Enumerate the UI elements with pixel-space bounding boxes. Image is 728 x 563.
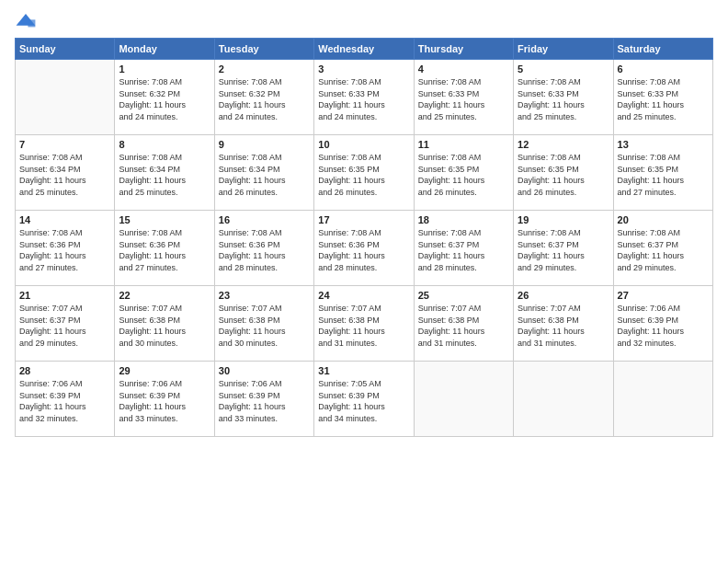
day-number: 6	[618, 63, 709, 75]
cell-info: Sunrise: 7:08 AM Sunset: 6:37 PM Dayligh…	[518, 227, 609, 273]
calendar-cell: 25Sunrise: 7:07 AM Sunset: 6:38 PM Dayli…	[414, 286, 513, 362]
calendar-cell: 7Sunrise: 7:08 AM Sunset: 6:34 PM Daylig…	[16, 135, 115, 211]
cell-info: Sunrise: 7:08 AM Sunset: 6:33 PM Dayligh…	[318, 76, 409, 122]
calendar-cell: 10Sunrise: 7:08 AM Sunset: 6:35 PM Dayli…	[314, 135, 414, 211]
cell-info: Sunrise: 7:08 AM Sunset: 6:37 PM Dayligh…	[418, 227, 509, 273]
calendar-cell: 23Sunrise: 7:07 AM Sunset: 6:38 PM Dayli…	[214, 286, 313, 362]
day-number: 24	[318, 290, 409, 301]
calendar-cell: 30Sunrise: 7:06 AM Sunset: 6:39 PM Dayli…	[214, 362, 313, 437]
day-number: 25	[418, 290, 509, 301]
cell-info: Sunrise: 7:06 AM Sunset: 6:39 PM Dayligh…	[219, 378, 310, 424]
page: SundayMondayTuesdayWednesdayThursdayFrid…	[0, 0, 728, 563]
cell-info: Sunrise: 7:08 AM Sunset: 6:32 PM Dayligh…	[119, 76, 210, 122]
calendar-cell: 15Sunrise: 7:08 AM Sunset: 6:36 PM Dayli…	[115, 211, 214, 286]
week-row-3: 14Sunrise: 7:08 AM Sunset: 6:36 PM Dayli…	[16, 211, 713, 286]
day-number: 23	[219, 290, 310, 301]
week-row-1: 1Sunrise: 7:08 AM Sunset: 6:32 PM Daylig…	[16, 60, 713, 135]
calendar-cell: 2Sunrise: 7:08 AM Sunset: 6:32 PM Daylig…	[214, 60, 313, 135]
cell-info: Sunrise: 7:08 AM Sunset: 6:36 PM Dayligh…	[318, 227, 409, 273]
cell-info: Sunrise: 7:07 AM Sunset: 6:38 PM Dayligh…	[318, 303, 409, 349]
calendar-cell: 8Sunrise: 7:08 AM Sunset: 6:34 PM Daylig…	[115, 135, 214, 211]
calendar-cell: 21Sunrise: 7:07 AM Sunset: 6:37 PM Dayli…	[16, 286, 115, 362]
calendar-cell: 14Sunrise: 7:08 AM Sunset: 6:36 PM Dayli…	[16, 211, 115, 286]
calendar-cell: 20Sunrise: 7:08 AM Sunset: 6:37 PM Dayli…	[613, 211, 712, 286]
day-number: 18	[418, 214, 509, 225]
calendar-cell	[613, 362, 712, 437]
calendar-cell: 1Sunrise: 7:08 AM Sunset: 6:32 PM Daylig…	[115, 60, 214, 135]
week-row-4: 21Sunrise: 7:07 AM Sunset: 6:37 PM Dayli…	[16, 286, 713, 362]
cell-info: Sunrise: 7:08 AM Sunset: 6:35 PM Dayligh…	[318, 152, 409, 198]
cell-info: Sunrise: 7:08 AM Sunset: 6:36 PM Dayligh…	[19, 227, 110, 273]
day-number: 8	[119, 139, 210, 150]
day-number: 21	[19, 290, 110, 301]
week-row-5: 28Sunrise: 7:06 AM Sunset: 6:39 PM Dayli…	[16, 362, 713, 437]
day-number: 27	[618, 290, 709, 301]
calendar-cell: 28Sunrise: 7:06 AM Sunset: 6:39 PM Dayli…	[16, 362, 115, 437]
day-number: 22	[119, 290, 210, 301]
calendar-cell: 9Sunrise: 7:08 AM Sunset: 6:34 PM Daylig…	[214, 135, 313, 211]
cell-info: Sunrise: 7:08 AM Sunset: 6:36 PM Dayligh…	[119, 227, 210, 273]
cell-info: Sunrise: 7:08 AM Sunset: 6:34 PM Dayligh…	[219, 152, 310, 198]
header	[15, 11, 713, 30]
day-number: 13	[618, 139, 709, 150]
cell-info: Sunrise: 7:08 AM Sunset: 6:35 PM Dayligh…	[418, 152, 509, 198]
day-number: 19	[518, 214, 609, 225]
header-cell-wednesday: Wednesday	[314, 39, 414, 60]
day-number: 11	[418, 139, 509, 150]
day-number: 2	[219, 63, 310, 75]
day-number: 31	[318, 365, 409, 376]
calendar-table: SundayMondayTuesdayWednesdayThursdayFrid…	[15, 38, 713, 437]
cell-info: Sunrise: 7:08 AM Sunset: 6:33 PM Dayligh…	[518, 76, 609, 122]
calendar-cell	[414, 362, 513, 437]
header-cell-saturday: Saturday	[613, 39, 712, 60]
cell-info: Sunrise: 7:08 AM Sunset: 6:35 PM Dayligh…	[518, 152, 609, 198]
calendar-header: SundayMondayTuesdayWednesdayThursdayFrid…	[16, 39, 713, 60]
cell-info: Sunrise: 7:07 AM Sunset: 6:38 PM Dayligh…	[518, 303, 609, 349]
cell-info: Sunrise: 7:07 AM Sunset: 6:38 PM Dayligh…	[119, 303, 210, 349]
week-row-2: 7Sunrise: 7:08 AM Sunset: 6:34 PM Daylig…	[16, 135, 713, 211]
cell-info: Sunrise: 7:05 AM Sunset: 6:39 PM Dayligh…	[318, 378, 409, 424]
cell-info: Sunrise: 7:08 AM Sunset: 6:33 PM Dayligh…	[618, 76, 709, 122]
day-number: 29	[119, 365, 210, 376]
svg-rect-1	[28, 19, 35, 27]
day-number: 5	[518, 63, 609, 75]
calendar-cell: 24Sunrise: 7:07 AM Sunset: 6:38 PM Dayli…	[314, 286, 414, 362]
calendar-cell: 27Sunrise: 7:06 AM Sunset: 6:39 PM Dayli…	[613, 286, 712, 362]
calendar-cell: 16Sunrise: 7:08 AM Sunset: 6:36 PM Dayli…	[214, 211, 313, 286]
day-number: 28	[19, 365, 110, 376]
cell-info: Sunrise: 7:07 AM Sunset: 6:38 PM Dayligh…	[219, 303, 310, 349]
cell-info: Sunrise: 7:08 AM Sunset: 6:33 PM Dayligh…	[418, 76, 509, 122]
cell-info: Sunrise: 7:06 AM Sunset: 6:39 PM Dayligh…	[119, 378, 210, 424]
calendar-cell: 31Sunrise: 7:05 AM Sunset: 6:39 PM Dayli…	[314, 362, 414, 437]
day-number: 12	[518, 139, 609, 150]
calendar-cell: 3Sunrise: 7:08 AM Sunset: 6:33 PM Daylig…	[314, 60, 414, 135]
cell-info: Sunrise: 7:07 AM Sunset: 6:38 PM Dayligh…	[418, 303, 509, 349]
cell-info: Sunrise: 7:06 AM Sunset: 6:39 PM Dayligh…	[618, 303, 709, 349]
header-cell-sunday: Sunday	[16, 39, 115, 60]
calendar-cell: 5Sunrise: 7:08 AM Sunset: 6:33 PM Daylig…	[514, 60, 613, 135]
day-number: 4	[418, 63, 509, 75]
calendar-cell: 26Sunrise: 7:07 AM Sunset: 6:38 PM Dayli…	[514, 286, 613, 362]
logo	[15, 11, 40, 30]
calendar-cell	[16, 60, 115, 135]
day-number: 26	[518, 290, 609, 301]
day-number: 14	[19, 214, 110, 225]
day-number: 3	[318, 63, 409, 75]
calendar-cell: 17Sunrise: 7:08 AM Sunset: 6:36 PM Dayli…	[314, 211, 414, 286]
calendar-cell: 13Sunrise: 7:08 AM Sunset: 6:35 PM Dayli…	[613, 135, 712, 211]
header-cell-tuesday: Tuesday	[214, 39, 313, 60]
day-number: 1	[119, 63, 210, 75]
day-number: 20	[618, 214, 709, 225]
day-number: 17	[318, 214, 409, 225]
calendar-body: 1Sunrise: 7:08 AM Sunset: 6:32 PM Daylig…	[16, 60, 713, 437]
day-number: 7	[19, 139, 110, 150]
calendar-cell	[514, 362, 613, 437]
calendar-cell: 12Sunrise: 7:08 AM Sunset: 6:35 PM Dayli…	[514, 135, 613, 211]
cell-info: Sunrise: 7:08 AM Sunset: 6:36 PM Dayligh…	[219, 227, 310, 273]
header-cell-thursday: Thursday	[414, 39, 513, 60]
cell-info: Sunrise: 7:08 AM Sunset: 6:32 PM Dayligh…	[219, 76, 310, 122]
calendar-cell: 11Sunrise: 7:08 AM Sunset: 6:35 PM Dayli…	[414, 135, 513, 211]
day-number: 16	[219, 214, 310, 225]
cell-info: Sunrise: 7:08 AM Sunset: 6:34 PM Dayligh…	[119, 152, 210, 198]
day-number: 10	[318, 139, 409, 150]
